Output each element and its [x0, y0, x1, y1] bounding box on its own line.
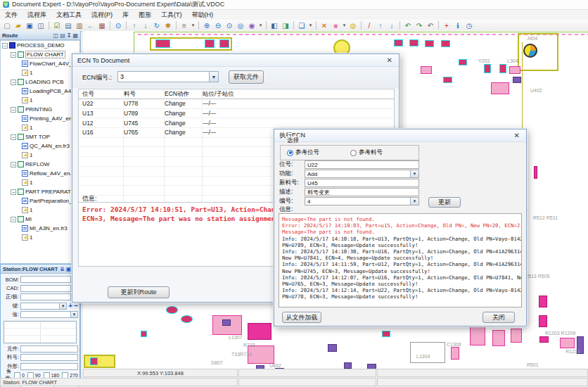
tree-node-root[interactable]: − PROCESS_DEMO	[1, 41, 79, 50]
collapse-icon[interactable]: −	[11, 162, 16, 167]
paste-icon[interactable]: ▥	[74, 20, 85, 30]
tree-node-document[interactable]: LoadingPCB_A4V_e	[1, 87, 79, 96]
tree-node-count[interactable]: 1	[1, 68, 79, 77]
tree-node-station[interactable]: − FLOW CHART	[1, 50, 79, 59]
collapse-icon[interactable]: −	[2, 43, 8, 49]
cross-icon[interactable]: ✕	[319, 20, 330, 30]
column-header[interactable]: 站位/子站位	[203, 90, 394, 99]
pin-icon[interactable]: ↧	[67, 32, 72, 39]
rotate-left-icon[interactable]: ↶	[402, 20, 414, 30]
import-icon[interactable]: ←	[85, 20, 96, 30]
add-point-icon[interactable]: +	[441, 20, 452, 30]
tree-node-count[interactable]: 1	[1, 96, 79, 105]
select-check-icon[interactable]: ☑	[51, 20, 63, 30]
menu-item[interactable]: 流程(P)	[87, 11, 117, 20]
draw-line-icon[interactable]: /	[364, 20, 375, 30]
dialog-titlebar[interactable]: 执行ECN ✕	[274, 129, 526, 142]
radio-ref-designator[interactable]: 参考位号	[287, 148, 319, 157]
tree-node-document[interactable]: Reflow_A4V_en.fr	[1, 169, 79, 178]
load-from-file-button[interactable]: 从文件加载	[282, 312, 321, 323]
dock-icon[interactable]: ▦	[72, 32, 78, 39]
menu-item[interactable]: 文档工具	[51, 11, 87, 20]
fetch-parts-button[interactable]: 获取元件	[229, 70, 264, 84]
station-value-list[interactable]	[4, 321, 77, 343]
collapse-icon[interactable]: −	[11, 52, 16, 58]
field-input[interactable]	[20, 354, 78, 361]
move-down-icon[interactable]: ↓	[386, 20, 397, 30]
route-tree[interactable]: − PROCESS_DEMO − FLOW CHART FlowChart_A4…	[0, 40, 80, 264]
measure-icon[interactable]: ≡	[179, 20, 190, 30]
menu-item[interactable]: 帮助(H)	[187, 11, 219, 20]
table-row[interactable]: U13U789Change—/—	[79, 109, 394, 119]
grid-icon[interactable]: ◧	[269, 20, 280, 30]
field-combo[interactable]: ▼	[20, 303, 67, 310]
tree-node-document[interactable]: PartPreparation_	[1, 196, 79, 205]
update-button[interactable]: 更新	[428, 197, 461, 208]
copy-icon[interactable]: ▤	[63, 20, 74, 30]
dropdown-arrow-icon[interactable]: ▾	[341, 23, 347, 28]
rotate-right-icon[interactable]: ↷	[414, 20, 425, 30]
field-input[interactable]: U45	[305, 179, 419, 187]
collapse-icon[interactable]: −	[11, 80, 16, 85]
open-folder-icon[interactable]: ▰	[13, 20, 24, 30]
menu-item[interactable]: 工具(T)	[156, 11, 187, 20]
collapse-all-icon[interactable]: ⇊	[60, 266, 65, 272]
tree-node-station[interactable]: − REFLOW	[1, 160, 79, 169]
add-icon[interactable]: +	[68, 303, 72, 310]
update-route-button[interactable]: 更新到Route	[108, 286, 170, 298]
zoom-region-icon[interactable]: ◎	[235, 20, 246, 30]
chevron-down-icon[interactable]: ▼	[410, 198, 418, 205]
tree-node-station[interactable]: − MI	[1, 215, 79, 224]
close-button[interactable]: 关闭	[482, 312, 515, 323]
tree-node-count[interactable]: 1	[1, 123, 79, 132]
close-icon[interactable]: ✕	[513, 132, 521, 139]
field-input[interactable]: 4▼	[305, 197, 419, 205]
undo-icon[interactable]: ↶	[425, 20, 436, 30]
field-input[interactable]: 料号变更	[305, 188, 419, 196]
dialog-titlebar[interactable]: ECN To Document ✕	[72, 54, 399, 67]
save-icon[interactable]: ▣	[66, 266, 72, 272]
panel-icon[interactable]: ◫	[53, 32, 59, 39]
tree-node-count[interactable]: 1	[1, 233, 79, 242]
collapse-icon[interactable]: −	[11, 217, 16, 222]
chevron-down-icon[interactable]: ▼	[209, 72, 218, 82]
dropdown-arrow-icon[interactable]: ▾	[307, 23, 314, 28]
preview-icon[interactable]: ⊙	[113, 20, 124, 30]
tree-node-document[interactable]: Printing_A4V_en	[1, 114, 79, 123]
field-input[interactable]	[20, 345, 78, 353]
tree-node-station[interactable]: − SMT TOP	[1, 132, 79, 141]
menu-item[interactable]: 流程库	[23, 11, 51, 20]
table-row[interactable]: U12U745Change—/—	[79, 118, 394, 128]
tree-node-station[interactable]: − LOADING PCB	[1, 77, 79, 87]
doc-down-icon[interactable]: ↓	[140, 20, 151, 30]
grid-color-icon[interactable]: ◨	[280, 20, 291, 30]
field-combo[interactable]: ▼	[20, 285, 78, 292]
save-workspace-icon[interactable]: ◫	[35, 20, 46, 30]
chevron-down-icon[interactable]: ▼	[59, 303, 66, 309]
column-header[interactable]: 料号	[124, 90, 165, 99]
field-combo[interactable]: ▼	[20, 276, 78, 283]
table-row[interactable]: U22U778Change—/—	[79, 99, 394, 109]
tree-node-document[interactable]: QC_A4N_en.fr3	[1, 141, 79, 151]
tree-node-document[interactable]: FlowChart_A4V_en	[1, 59, 79, 68]
menu-item[interactable]: 库	[117, 11, 134, 20]
column-header[interactable]: ECN动作	[165, 90, 203, 99]
doc-settings-icon[interactable]: ✱	[162, 20, 174, 30]
remove-icon[interactable]: −	[74, 303, 78, 310]
doc-up-icon[interactable]: ↑	[129, 20, 140, 30]
zoom-window-icon[interactable]: ⊙	[224, 20, 235, 30]
new-doc-icon[interactable]: ▢	[1, 20, 13, 30]
tree-node-count[interactable]: 1	[1, 178, 79, 187]
chevron-down-icon[interactable]: ▼	[410, 170, 418, 177]
menu-item[interactable]: 图形	[134, 11, 156, 20]
menu-item[interactable]: 文件	[0, 11, 23, 20]
radio-ref-partnumber[interactable]: 参考料号	[350, 148, 383, 157]
move-up-icon[interactable]: ↑	[375, 20, 386, 30]
settings-icon[interactable]: ▤	[60, 32, 65, 39]
tree-node-count[interactable]: 1	[1, 151, 79, 160]
clock-icon[interactable]: ◷	[464, 20, 475, 30]
column-header[interactable]: 位号	[79, 90, 124, 99]
collapse-icon[interactable]: −	[11, 134, 16, 140]
layers-icon[interactable]: ❏	[296, 20, 307, 30]
tree-node-station[interactable]: − PRINTING	[1, 105, 79, 114]
